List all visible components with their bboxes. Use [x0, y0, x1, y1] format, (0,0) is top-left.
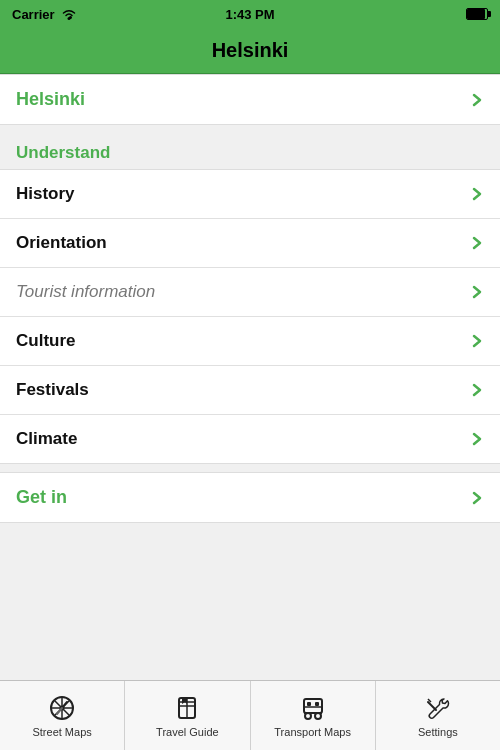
- page-title: Helsinki: [212, 39, 289, 62]
- travel-guide-label: Travel Guide: [156, 726, 219, 738]
- helsinki-link-label: Helsinki: [16, 89, 85, 110]
- tourist-info-chevron: [470, 285, 484, 299]
- get-in-label: Get in: [16, 487, 67, 508]
- transport-maps-icon: [299, 694, 327, 722]
- history-chevron: [470, 187, 484, 201]
- culture-chevron: [470, 334, 484, 348]
- svg-line-26: [428, 702, 436, 710]
- climate-chevron: [470, 432, 484, 446]
- list-item-festivals-label: Festivals: [16, 380, 89, 400]
- list-item-orientation-label: Orientation: [16, 233, 107, 253]
- tab-travel-guide[interactable]: Travel Guide: [125, 681, 250, 750]
- svg-point-21: [315, 713, 321, 719]
- svg-point-0: [67, 17, 70, 20]
- settings-label: Settings: [418, 726, 458, 738]
- get-in-chevron: [470, 491, 484, 505]
- list-item-tourist-info[interactable]: Tourist information: [0, 268, 500, 317]
- wifi-icon: [61, 8, 77, 20]
- list-item-orientation[interactable]: Orientation: [0, 219, 500, 268]
- festivals-chevron: [470, 383, 484, 397]
- status-bar: Carrier 1:43 PM: [0, 0, 500, 28]
- time-display: 1:43 PM: [225, 7, 274, 22]
- tab-transport-maps[interactable]: Transport Maps: [251, 681, 376, 750]
- list-item-climate-label: Climate: [16, 429, 77, 449]
- understand-label: Understand: [16, 143, 110, 162]
- tab-settings[interactable]: Settings: [376, 681, 500, 750]
- settings-icon: [424, 694, 452, 722]
- svg-rect-17: [307, 702, 311, 706]
- list-item-history[interactable]: History: [0, 170, 500, 219]
- street-maps-icon: [48, 694, 76, 722]
- page-header: Helsinki: [0, 28, 500, 74]
- transport-maps-label: Transport Maps: [274, 726, 351, 738]
- understand-list: History Orientation Tourist information: [0, 169, 500, 464]
- helsinki-chevron: [470, 93, 484, 107]
- list-item-culture[interactable]: Culture: [0, 317, 500, 366]
- get-in-row[interactable]: Get in: [0, 472, 500, 523]
- tab-street-maps[interactable]: Street Maps: [0, 681, 125, 750]
- list-item-culture-label: Culture: [16, 331, 76, 351]
- svg-rect-16: [304, 699, 322, 713]
- battery-area: [466, 8, 488, 20]
- list-item-festivals[interactable]: Festivals: [0, 366, 500, 415]
- helsinki-link-row[interactable]: Helsinki: [0, 74, 500, 125]
- svg-rect-18: [315, 702, 319, 706]
- carrier-wifi: Carrier: [12, 7, 77, 22]
- content-area: Helsinki Understand History Orientation: [0, 74, 500, 680]
- battery-icon: [466, 8, 488, 20]
- svg-marker-15: [182, 698, 187, 704]
- list-item-tourist-info-label: Tourist information: [16, 282, 155, 302]
- travel-guide-icon: [173, 694, 201, 722]
- list-item-history-label: History: [16, 184, 75, 204]
- carrier-label: Carrier: [12, 7, 55, 22]
- understand-section-header: Understand: [0, 133, 500, 169]
- orientation-chevron: [470, 236, 484, 250]
- svg-point-20: [305, 713, 311, 719]
- tab-bar: Street Maps Travel Guide: [0, 680, 500, 750]
- list-item-climate[interactable]: Climate: [0, 415, 500, 463]
- street-maps-label: Street Maps: [32, 726, 91, 738]
